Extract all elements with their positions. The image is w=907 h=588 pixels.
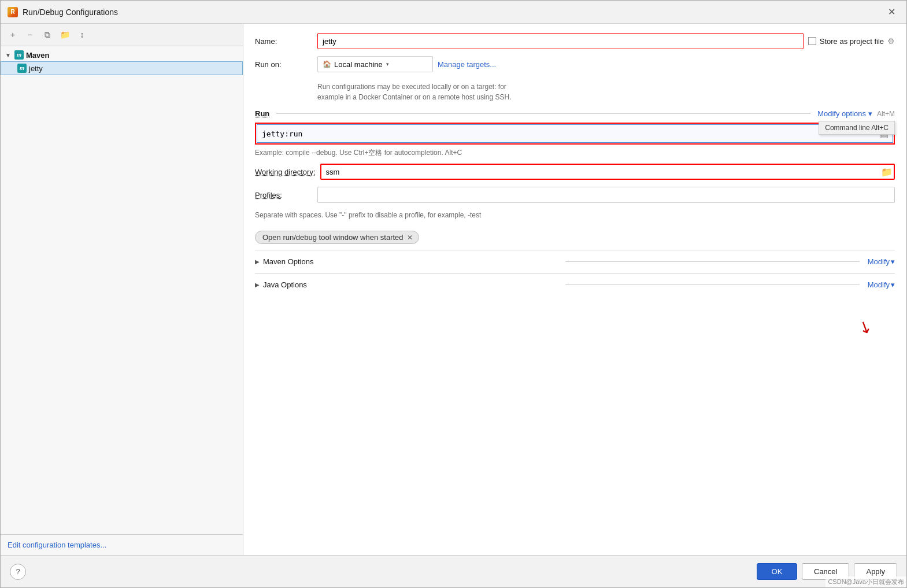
name-input[interactable] — [317, 33, 804, 49]
store-gear-icon[interactable]: ⚙ — [887, 36, 895, 46]
working-dir-input[interactable] — [320, 164, 895, 180]
modify-options-shortcut: Alt+M — [877, 110, 895, 118]
run-on-label: Run on: — [255, 60, 313, 69]
sidebar-toolbar: + − ⧉ 📁 ↕ — [1, 24, 243, 46]
maven-options-section: ▶ Maven Options Modify ▾ — [255, 250, 895, 273]
bottom-bar: ? OK Cancel Apply — [1, 555, 906, 587]
run-on-row: Run on: 🏠 Local machine ▾ Manage targets… — [255, 56, 895, 72]
maven-group-label: Maven — [26, 51, 49, 60]
right-panel: Name: Store as project file ⚙ Run on: 🏠 … — [243, 24, 906, 555]
run-on-chevron-icon: ▾ — [386, 61, 389, 67]
working-dir-label: Working directory: — [255, 168, 316, 176]
maven-options-title: Maven Options — [263, 257, 557, 266]
maven-item-icon: m — [17, 64, 27, 73]
run-on-select[interactable]: 🏠 Local machine ▾ — [317, 56, 433, 72]
arrow-spacer: ↘ — [255, 296, 895, 342]
group-chevron-icon: ▼ — [5, 52, 12, 58]
maven-group: ▼ m Maven m jetty — [1, 49, 243, 75]
close-button[interactable]: ✕ — [883, 4, 899, 20]
java-options-header[interactable]: ▶ Java Options Modify ▾ — [255, 280, 895, 289]
app-icon: R — [8, 7, 18, 17]
maven-icon: m — [14, 50, 24, 60]
tag-chip: Open run/debug tool window when started … — [255, 231, 419, 244]
run-command-red-border: ▤ — [255, 123, 895, 145]
title-bar-left: R Run/Debug Configurations — [8, 7, 118, 17]
home-icon: 🏠 — [323, 60, 331, 68]
working-dir-row: Working directory: 📁 — [255, 164, 895, 180]
tree-item-label: jetty — [29, 64, 43, 73]
dialog: R Run/Debug Configurations ✕ + − ⧉ 📁 — [0, 0, 907, 588]
store-label: Store as project file — [820, 37, 884, 46]
sidebar-footer: Edit configuration templates... — [1, 534, 243, 555]
java-options-modify-chevron-icon: ▾ — [891, 280, 895, 289]
profiles-label: Profiles: — [255, 191, 313, 199]
name-label: Name: — [255, 37, 313, 46]
remove-config-button[interactable]: − — [23, 27, 38, 42]
maven-group-header[interactable]: ▼ m Maven — [1, 49, 243, 61]
edit-templates-link[interactable]: Edit configuration templates... — [8, 541, 106, 549]
copy-config-button[interactable]: ⧉ — [40, 27, 55, 42]
red-arrow-icon: ↘ — [855, 316, 875, 339]
modify-options-chevron-icon: ▾ — [868, 109, 872, 118]
java-options-modify[interactable]: Modify ▾ — [868, 280, 895, 289]
dialog-title: Run/Debug Configurations — [23, 8, 118, 17]
store-checkbox-area: Store as project file ⚙ — [808, 36, 895, 46]
run-command-input[interactable] — [257, 124, 893, 143]
move-to-folder-button[interactable]: 📁 — [57, 27, 72, 42]
maven-options-line — [565, 261, 860, 262]
maven-options-modify-chevron-icon: ▾ — [891, 257, 895, 266]
name-row: Name: Store as project file ⚙ — [255, 33, 895, 49]
content-area: + − ⧉ 📁 ↕ ▼ — [1, 24, 906, 555]
maven-options-header[interactable]: ▶ Maven Options Modify ▾ — [255, 257, 895, 266]
help-button[interactable]: ? — [10, 564, 26, 580]
profiles-row: Profiles: — [255, 187, 895, 203]
maven-options-modify[interactable]: Modify ▾ — [868, 257, 895, 266]
working-dir-wrapper: 📁 — [320, 164, 895, 180]
tag-chip-container: Open run/debug tool window when started … — [255, 231, 895, 244]
ok-button[interactable]: OK — [757, 563, 797, 580]
run-section-header: Run Modify options ▾ Alt+M Command line … — [255, 109, 895, 118]
tree-item-jetty[interactable]: m jetty — [1, 61, 243, 75]
profiles-input[interactable] — [317, 187, 895, 203]
run-field-inner: ▤ — [257, 124, 893, 143]
profiles-hint: Separate with spaces. Use "-" prefix to … — [255, 210, 895, 225]
run-command-hint: Example: compile --debug. Use Ctrl+空格 fo… — [255, 147, 895, 164]
sidebar: + − ⧉ 📁 ↕ ▼ — [1, 24, 243, 555]
description-text: Run configurations may be executed local… — [255, 79, 895, 109]
java-options-chevron-icon: ▶ — [255, 282, 260, 288]
maven-options-chevron-icon: ▶ — [255, 258, 260, 265]
store-as-project-checkbox[interactable] — [808, 37, 816, 45]
run-command-container: ▤ — [255, 123, 895, 145]
sidebar-tree: ▼ m Maven m jetty — [1, 46, 243, 534]
modify-options-button[interactable]: Modify options ▾ Alt+M — [817, 109, 895, 118]
manage-targets-link[interactable]: Manage targets... — [438, 60, 496, 69]
working-dir-folder-icon[interactable]: 📁 — [881, 167, 893, 177]
java-options-section: ▶ Java Options Modify ▾ — [255, 273, 895, 296]
run-on-value: Local machine — [334, 60, 383, 69]
watermark: CSDN@Java小日就会发布 — [825, 576, 906, 587]
command-line-tooltip: Command line Alt+C — [819, 121, 895, 135]
java-options-title: Java Options — [263, 280, 557, 289]
java-options-line — [565, 284, 860, 285]
title-bar: R Run/Debug Configurations ✕ — [1, 1, 906, 24]
run-section-title: Run — [255, 109, 269, 118]
add-config-button[interactable]: + — [5, 27, 20, 42]
sort-button[interactable]: ↕ — [75, 27, 90, 42]
tag-chip-close-button[interactable]: ✕ — [407, 234, 413, 242]
